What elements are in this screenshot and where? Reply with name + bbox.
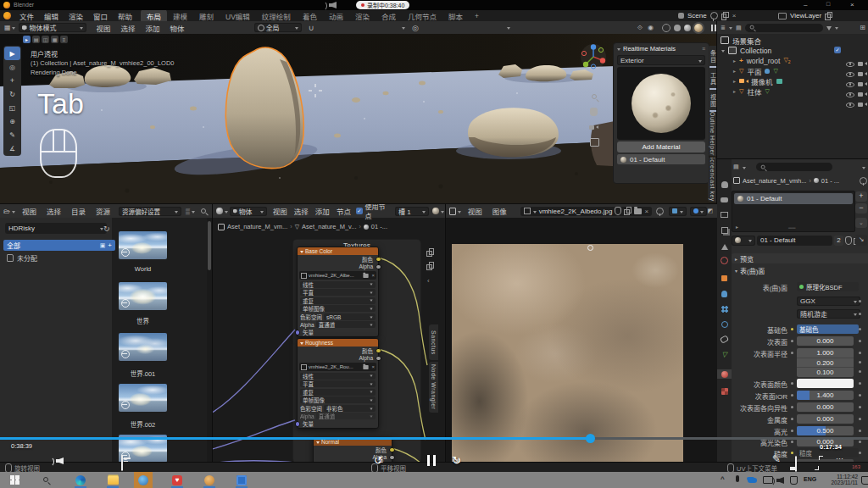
extension-dropdown[interactable]: 重复 xyxy=(300,389,376,396)
media-app-icon[interactable]: ♥ xyxy=(172,475,182,485)
menu-window[interactable]: 窗口 xyxy=(88,11,113,21)
hdri-thumbnail-3[interactable] xyxy=(119,384,167,412)
tab-texture[interactable] xyxy=(720,386,729,396)
display-mode-icon[interactable]: ▤ xyxy=(736,25,742,31)
fake-user-icon[interactable] xyxy=(615,207,621,215)
pie-icon[interactable]: ▦ xyxy=(51,36,58,43)
subsurface-method-dropdown[interactable]: 随机游走 xyxy=(797,309,860,319)
pin-icon[interactable] xyxy=(656,208,664,215)
tab-output[interactable] xyxy=(720,210,729,219)
refresh-icon[interactable]: ↻ xyxy=(103,225,110,233)
editor-type-icon[interactable]: ≣ xyxy=(721,25,726,31)
workspace-tab-shading[interactable]: 着色 xyxy=(297,10,323,21)
image-datablock-field[interactable]: vmhiee2_2K_Albedo.jpg × xyxy=(520,207,652,216)
search-icon[interactable] xyxy=(200,208,208,215)
minimize-button[interactable]: – xyxy=(804,1,807,8)
forward-button[interactable]: ↻ 30 xyxy=(452,452,461,468)
overlays-toggle-icon[interactable]: ◉ xyxy=(648,24,654,31)
use-nodes-checkbox[interactable]: ✓ xyxy=(356,208,363,214)
material-slot-item[interactable]: 01 - Default xyxy=(734,193,853,204)
metallic-slider[interactable]: 0.000 xyxy=(797,414,854,424)
properties-search[interactable] xyxy=(756,163,832,171)
tool-select-button[interactable]: ▶ xyxy=(4,47,20,60)
tab-object[interactable] xyxy=(720,274,729,283)
seekbar-handle[interactable] xyxy=(586,434,595,443)
outliner-row-scene-collection[interactable]: 场景集合 xyxy=(721,36,761,45)
shading-rendered-icon[interactable] xyxy=(694,24,703,32)
workspace-tab-geonodes[interactable]: 几何节点 xyxy=(402,10,442,21)
panel-title[interactable]: Realtime Materials xyxy=(623,45,676,53)
expand-arrow[interactable]: ▸ xyxy=(736,224,738,230)
catalog-all[interactable]: 全部 ▣ + xyxy=(3,240,115,251)
pause-button[interactable] xyxy=(427,455,436,466)
menu-edit[interactable]: 编辑 xyxy=(39,11,64,21)
hdrisky-dropdown[interactable]: HDRisky xyxy=(5,223,107,234)
outliner-row-world-root[interactable]: ▸ + world_root ▽2 xyxy=(733,56,791,65)
interpolation-dropdown[interactable]: 线性 xyxy=(300,281,376,288)
workspace-tab-layout[interactable]: 布局 xyxy=(141,10,167,21)
select-menu[interactable]: 选择 xyxy=(291,206,312,216)
projection-dropdown[interactable]: 平直 xyxy=(300,380,376,387)
fake-user-icon[interactable] xyxy=(845,236,852,245)
scene-selector[interactable]: Scene xyxy=(687,12,707,19)
object-menu[interactable]: 物体 xyxy=(165,23,190,33)
tool-move-button[interactable]: + xyxy=(4,74,20,87)
add-menu[interactable]: 添加 xyxy=(312,206,333,216)
pie-icon-active[interactable]: ▸ xyxy=(23,36,31,43)
add-catalog-icon[interactable]: + xyxy=(108,241,112,249)
new-collection-icon[interactable]: ⊞ xyxy=(860,24,865,31)
users-count-button[interactable]: 2 xyxy=(834,236,843,246)
snap-magnet-icon[interactable]: ∪ xyxy=(309,24,314,32)
distribution-dropdown[interactable]: GGX xyxy=(797,297,860,306)
subsurface-slider[interactable]: 0.000 xyxy=(797,336,854,346)
tool-cursor-button[interactable]: ◎ xyxy=(4,60,20,74)
pip-icon[interactable] xyxy=(795,456,797,472)
tab-modifiers[interactable] xyxy=(720,289,729,298)
sidebar-tab-tool[interactable]: 工具 xyxy=(708,68,716,88)
material-browse-dropdown[interactable] xyxy=(732,236,755,246)
menu-help[interactable]: 帮助 xyxy=(113,11,137,21)
vector-input-socket[interactable] xyxy=(296,422,300,426)
library-dropdown[interactable]: 资源偏好设置 xyxy=(119,207,181,216)
display-size-icon[interactable]: ▒ xyxy=(186,208,190,214)
material-list-item[interactable]: 01 - Default xyxy=(617,154,705,164)
copy-icon[interactable] xyxy=(624,207,632,215)
select-menu[interactable]: 选择 xyxy=(42,206,66,216)
outliner-row-collection[interactable]: Collection xyxy=(721,46,771,55)
source-dropdown[interactable]: 单帧图像 xyxy=(300,305,376,312)
alpha-output-socket[interactable] xyxy=(390,456,394,460)
usb-icon[interactable] xyxy=(790,476,798,485)
hdri-thumbnail-world[interactable] xyxy=(119,231,167,259)
file-explorer-icon[interactable] xyxy=(108,476,119,485)
gizmo-toggle-icon[interactable]: ⟐ xyxy=(637,24,643,32)
image-menu[interactable]: 图像 xyxy=(487,206,512,216)
more-options-icon[interactable]: ··· xyxy=(836,454,843,463)
slot-specials-button[interactable]: ⌄ xyxy=(855,218,867,228)
tool-scale-button[interactable]: ◱ xyxy=(4,101,20,114)
pie-icon[interactable]: ≡ xyxy=(60,36,68,43)
collapse-sidebar-icon[interactable]: ‹ xyxy=(427,277,430,285)
colorspace-dropdown[interactable]: sRGB xyxy=(324,313,376,320)
editor-type-icon[interactable]: 🗁 xyxy=(3,208,10,215)
view-menu[interactable]: 视图 xyxy=(463,206,487,216)
pan-view-icon[interactable] xyxy=(590,108,598,116)
node-menu[interactable]: 节点 xyxy=(333,206,354,216)
sidebar-tab-sanctus[interactable]: Sanctus xyxy=(429,324,438,360)
shading-wireframe-icon[interactable] xyxy=(662,24,670,32)
editor-type-icon[interactable] xyxy=(449,208,456,215)
image-texture-node-roughness[interactable]: Roughness 颜色 Alpha vmhiee2_2K_Rou... × 线… xyxy=(297,338,379,429)
specular-slider[interactable]: 0.500 xyxy=(797,426,854,435)
color-output-socket[interactable] xyxy=(390,448,394,452)
subsurface-ior-slider[interactable]: 1.400 xyxy=(797,391,854,400)
clock[interactable]: 11:12:42 2023/11/11 xyxy=(821,474,858,485)
app-icon-orange[interactable] xyxy=(204,475,214,485)
close-button[interactable]: × xyxy=(850,1,854,8)
material-category-dropdown[interactable]: Exterior xyxy=(617,55,705,65)
microphone-icon[interactable] xyxy=(736,475,739,482)
viewlayer-selector[interactable]: ViewLayer xyxy=(790,12,821,19)
alpha-mode-dropdown[interactable]: 直通道 xyxy=(316,413,376,419)
base-color-linked-field[interactable]: 基础色 xyxy=(797,324,859,334)
browse-nodetree-button[interactable]: ↘ xyxy=(855,235,867,246)
display-channels-dropdown[interactable] xyxy=(669,207,687,216)
add-material-button[interactable]: Add Material xyxy=(617,141,705,152)
